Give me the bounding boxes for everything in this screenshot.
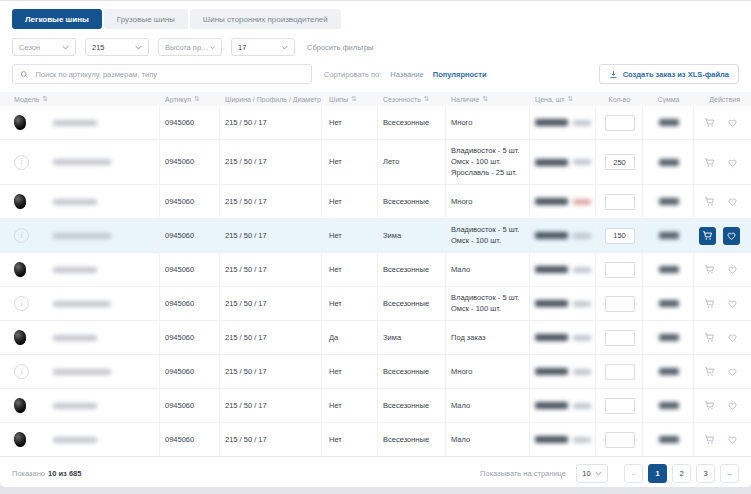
table-row[interactable]: 0945060 215 / 50 / 17 Нет Всесезонные Мн… — [0, 184, 751, 218]
season-select-value: Сезон — [19, 43, 40, 52]
column-header[interactable]: Наличие⇅ — [446, 95, 530, 103]
favorite-button[interactable] — [724, 262, 740, 278]
add-to-cart-button[interactable] — [701, 432, 717, 448]
quantity-input[interactable] — [605, 432, 635, 448]
pagination-next-button[interactable]: → — [720, 464, 739, 483]
filter-bar: Сезон 215 Высота профиля 17 Сбросить фил… — [12, 38, 739, 56]
pagination-prev-button[interactable]: ← — [624, 464, 643, 483]
add-to-cart-button[interactable] — [701, 194, 717, 210]
column-header[interactable]: Артикул⇅ — [160, 95, 220, 103]
article-cell: 0945060 — [160, 287, 220, 320]
availability-line: Владивосток - 5 шт. — [451, 225, 519, 235]
tire-image — [13, 193, 27, 209]
quantity-input[interactable] — [605, 154, 635, 170]
add-to-cart-button[interactable] — [701, 364, 717, 380]
sum-blurred — [659, 232, 679, 239]
price-unit-blurred — [573, 403, 591, 409]
add-to-cart-button[interactable] — [701, 398, 717, 414]
sort-group: Сортировать по: Название Популярности — [324, 70, 487, 79]
price-unit-blurred — [573, 120, 591, 126]
add-to-cart-button[interactable] — [701, 330, 717, 346]
no-image-placeholder-icon: i — [14, 155, 29, 170]
sort-icon[interactable]: ⇅ — [568, 95, 574, 103]
sum-blurred — [659, 119, 679, 126]
size-cell: 215 / 50 / 17 — [220, 253, 322, 286]
quantity-input[interactable] — [605, 228, 635, 244]
sort-option-popularity[interactable]: Популярности — [433, 70, 487, 79]
pagination-page-button[interactable]: 3 — [696, 464, 715, 483]
quantity-input[interactable] — [605, 398, 635, 414]
favorite-button[interactable] — [724, 115, 740, 131]
add-to-cart-button[interactable] — [699, 227, 716, 245]
favorite-button[interactable] — [724, 398, 740, 414]
per-page-select[interactable]: 10 — [576, 464, 608, 483]
table-row[interactable]: 0945060 215 / 50 / 17 Да Зима Под заказ — [0, 320, 751, 354]
model-name-blurred — [53, 267, 97, 273]
price-unit-blurred — [573, 301, 591, 307]
width-select[interactable]: 215 — [85, 38, 149, 56]
heart-icon — [727, 366, 738, 377]
search-input[interactable] — [33, 69, 304, 80]
sum-blurred — [659, 402, 679, 409]
sort-icon[interactable]: ⇅ — [424, 95, 430, 103]
tab-truck-tires[interactable]: Грузовые шины — [104, 9, 188, 29]
tire-image — [13, 329, 27, 345]
add-to-cart-button[interactable] — [701, 262, 717, 278]
quantity-input[interactable] — [605, 364, 635, 380]
profile-select[interactable]: Высота профиля — [158, 38, 222, 56]
table-row[interactable]: 0945060 215 / 50 / 17 Нет Всесезонные Мн… — [0, 106, 751, 139]
add-to-cart-button[interactable] — [701, 296, 717, 312]
favorite-button[interactable] — [724, 364, 740, 380]
sort-option-name[interactable]: Название — [390, 70, 424, 79]
quantity-input[interactable] — [605, 194, 635, 210]
table-row[interactable]: 0945060 215 / 50 / 17 Нет Всесезонные Ма… — [0, 252, 751, 286]
pagination-page-button[interactable]: 1 — [648, 464, 667, 483]
sort-icon[interactable]: ⇅ — [482, 95, 488, 103]
sort-icon[interactable]: ⇅ — [194, 95, 200, 103]
table-row[interactable]: i 0945060 215 / 50 / 17 Нет Всесезонные … — [0, 354, 751, 388]
favorite-button[interactable] — [724, 296, 740, 312]
tab-passenger-tires[interactable]: Легковые шины — [12, 9, 102, 29]
table-row[interactable]: i 0945060 215 / 50 / 17 Нет Лето Владиво… — [0, 139, 751, 184]
season-select[interactable]: Сезон — [12, 38, 76, 56]
quantity-input[interactable] — [605, 115, 635, 131]
availability-cell: Много — [446, 185, 530, 218]
favorite-button[interactable] — [724, 432, 740, 448]
add-to-cart-button[interactable] — [701, 154, 717, 170]
add-to-cart-button[interactable] — [701, 115, 717, 131]
size-cell: 215 / 50 / 17 — [220, 287, 322, 320]
create-xls-order-button[interactable]: Создать заказ из XLS-файла — [599, 64, 739, 84]
sum-cell — [643, 423, 694, 456]
sort-icon[interactable]: ⇅ — [42, 95, 48, 103]
article-cell: 0945060 — [160, 355, 220, 388]
quantity-input[interactable] — [605, 330, 635, 346]
pagination-page-button[interactable]: 2 — [672, 464, 691, 483]
season-cell: Всесезонные — [378, 185, 446, 218]
sort-icon[interactable]: ⇅ — [351, 95, 357, 103]
favorite-button[interactable] — [724, 330, 740, 346]
price-unit-blurred — [573, 233, 591, 239]
heart-icon — [727, 434, 738, 445]
favorite-button[interactable] — [724, 154, 740, 170]
heart-icon — [727, 400, 738, 411]
reset-filters-link[interactable]: Сбросить фильтры — [307, 43, 373, 52]
table-row[interactable]: 0945060 215 / 50 / 17 Нет Всесезонные Ма… — [0, 388, 751, 422]
category-tabs: Легковые шины Грузовые шины Шины сторонн… — [12, 9, 739, 29]
column-header[interactable]: Цена, шт⇅ — [530, 95, 596, 103]
diameter-select[interactable]: 17 — [231, 38, 295, 56]
availability-line: Мало — [451, 401, 470, 411]
quantity-input[interactable] — [605, 296, 635, 312]
table-row[interactable]: 0945060 215 / 50 / 17 Нет Всесезонные Ма… — [0, 422, 751, 456]
quantity-input[interactable] — [605, 262, 635, 278]
favorite-button[interactable] — [724, 194, 740, 210]
spikes-cell: Нет — [322, 219, 378, 252]
column-header[interactable]: Сезонность⇅ — [378, 95, 446, 103]
availability-cell: Много — [446, 355, 530, 388]
table-row[interactable]: i 0945060 215 / 50 / 17 Нет Всесезонные … — [0, 286, 751, 320]
tab-third-party-tires[interactable]: Шины сторонних производителей — [190, 9, 341, 29]
column-header[interactable]: Шипы⇅ — [322, 95, 378, 103]
column-header[interactable]: Модель⇅ — [0, 95, 160, 103]
table-row[interactable]: i 0945060 215 / 50 / 17 Нет Зима Владиво… — [0, 218, 751, 252]
favorite-button[interactable] — [723, 227, 740, 245]
pagination: ← 123 → — [624, 464, 739, 483]
